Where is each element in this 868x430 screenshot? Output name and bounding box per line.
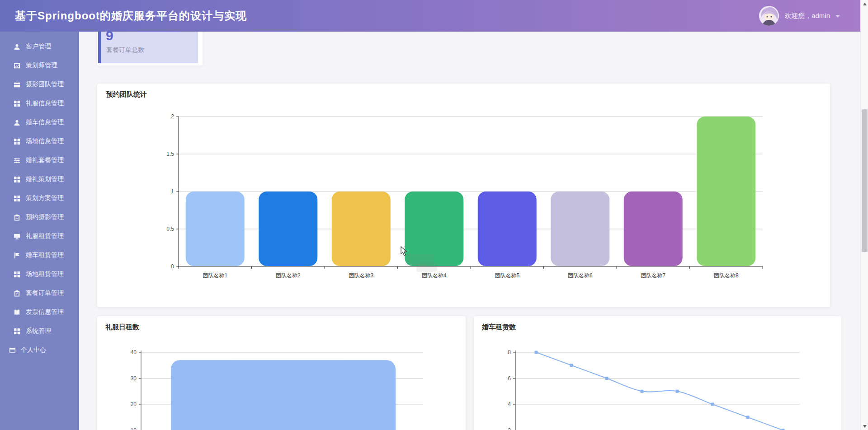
sidebar-item-3[interactable]: 摄影团队管理	[0, 75, 79, 94]
chart-title: 礼服日租数	[105, 323, 139, 332]
sidebar-item-label: 场地信息管理	[26, 137, 64, 145]
user-icon	[14, 43, 20, 50]
y-tick-label: 1.5	[166, 151, 174, 157]
sidebar-item-8[interactable]: 婚礼策划管理	[0, 170, 79, 189]
sidebar-item-16[interactable]: 系统管理	[0, 322, 79, 341]
chart-card-team-stats: 预约团队统计 00.511.52团队名称1团队名称2团队名称3团队名称4团队名称…	[97, 84, 830, 307]
bar[interactable]	[259, 192, 317, 266]
y-tick-label: 40	[131, 349, 137, 355]
arrow-down-icon	[863, 425, 867, 428]
sidebar-item-2[interactable]: 策划师管理	[0, 56, 79, 75]
sidebar: 客户管理策划师管理摄影团队管理礼服信息管理婚车信息管理场地信息管理婚礼套餐管理婚…	[0, 32, 79, 430]
monitor-icon	[14, 233, 20, 240]
avatar[interactable]	[759, 6, 779, 26]
sidebar-item-1[interactable]: 客户管理	[0, 37, 79, 56]
data-point-marker[interactable]	[676, 390, 679, 393]
sidebar-item-label: 礼服信息管理	[26, 99, 64, 108]
data-point-marker[interactable]	[641, 390, 644, 393]
grid-icon	[14, 138, 20, 145]
team-bar-chart[interactable]: 00.511.52团队名称1团队名称2团队名称3团队名称4团队名称5团队名称6团…	[97, 84, 830, 307]
arrow-up-icon	[863, 3, 867, 5]
x-tick-label: 团队名称4	[422, 272, 447, 279]
sidebar-item-label: 预约摄影管理	[26, 213, 64, 221]
welcome-text: 欢迎您，admin	[784, 12, 830, 20]
stat-panel: 9 套餐订单总数	[98, 28, 198, 63]
page: 基于Springboot的婚庆服务平台的设计与实现 欢迎您，admin 客户管理…	[0, 0, 868, 430]
sidebar-item-label: 婚车信息管理	[26, 118, 64, 126]
grid-icon	[14, 100, 20, 107]
sidebar-item-label: 套餐订单管理	[26, 289, 64, 297]
window-icon	[9, 347, 16, 354]
caret-down-icon	[835, 15, 840, 18]
sidebar-item-5[interactable]: 婚车信息管理	[0, 113, 79, 132]
sidebar-item-15[interactable]: 发票信息管理	[0, 303, 79, 322]
sidebar-item-14[interactable]: 套餐订单管理	[0, 284, 79, 303]
stat-label: 套餐订单总数	[106, 46, 144, 54]
sidebar-item-label: 婚车租赁管理	[26, 251, 64, 259]
sidebar-item-label: 摄影团队管理	[26, 80, 64, 89]
scrollbar-thumb[interactable]	[862, 109, 868, 252]
sliders-icon	[14, 157, 20, 164]
chart-card-car-rentals: 婚车租赁数 8642	[474, 316, 841, 430]
bar[interactable]	[624, 192, 683, 266]
x-tick-label: 团队名称6	[568, 272, 593, 279]
sidebar-item-7[interactable]: 婚礼套餐管理	[0, 151, 79, 170]
bar[interactable]	[551, 192, 609, 266]
y-tick-label: 2	[508, 427, 511, 430]
bar[interactable]	[332, 192, 391, 266]
grid-icon	[14, 328, 20, 335]
scroll-up-button[interactable]	[861, 0, 868, 8]
sidebar-item-label: 客户管理	[26, 42, 51, 51]
y-tick-label: 1	[171, 188, 174, 195]
grid-icon	[14, 271, 20, 278]
sidebar-item-6[interactable]: 场地信息管理	[0, 132, 79, 151]
bar[interactable]	[186, 192, 245, 266]
y-tick-label: 0	[171, 263, 174, 270]
y-tick-label: 30	[131, 375, 137, 382]
data-point-marker[interactable]	[711, 403, 714, 406]
sidebar-item-13[interactable]: 场地租赁管理	[0, 265, 79, 284]
grid-icon	[14, 176, 20, 183]
chart-board-icon	[14, 62, 20, 69]
flag-icon	[14, 252, 20, 259]
sidebar-item-10[interactable]: 预约摄影管理	[0, 208, 79, 227]
sidebar-item-label: 婚礼套餐管理	[26, 156, 64, 164]
sidebar-item-label: 场地租赁管理	[26, 270, 64, 278]
car-line-chart[interactable]: 8642	[474, 316, 841, 430]
sidebar-item-9[interactable]: 策划方案管理	[0, 189, 79, 208]
app-header: 基于Springboot的婚庆服务平台的设计与实现 欢迎您，admin	[0, 0, 860, 32]
chart-card-dress-rentals: 礼服日租数 40302010	[97, 316, 466, 430]
y-tick-label: 0.5	[166, 226, 174, 232]
y-tick-label: 2	[171, 113, 174, 120]
book-icon	[14, 309, 20, 316]
scroll-down-button[interactable]	[861, 422, 868, 430]
sidebar-item-12[interactable]: 婚车租赁管理	[0, 246, 79, 265]
bar[interactable]	[478, 192, 537, 266]
line-series[interactable]	[536, 352, 783, 430]
x-tick-label: 团队名称8	[714, 272, 739, 279]
data-point-marker[interactable]	[605, 377, 609, 380]
scrollbar[interactable]	[860, 0, 868, 430]
y-tick-label: 10	[131, 427, 137, 430]
bar[interactable]	[171, 360, 396, 430]
sidebar-item-11[interactable]: 礼服租赁管理	[0, 227, 79, 246]
dress-bar-chart[interactable]: 40302010	[97, 316, 466, 430]
sidebar-item-profile[interactable]: 个人中心	[0, 341, 79, 360]
sidebar-item-label: 发票信息管理	[26, 308, 64, 316]
user-menu[interactable]: 欢迎您，admin	[759, 0, 840, 32]
fading-tooltip	[416, 263, 437, 272]
sidebar-item-label: 策划师管理	[26, 61, 57, 70]
y-tick-label: 20	[131, 401, 137, 407]
data-point-marker[interactable]	[535, 351, 538, 354]
sidebar-item-4[interactable]: 礼服信息管理	[0, 94, 79, 113]
data-point-marker[interactable]	[570, 364, 573, 367]
clipboard-icon	[14, 214, 20, 221]
sidebar-item-label: 策划方案管理	[26, 194, 64, 202]
user-icon	[14, 119, 20, 126]
y-tick-label: 8	[508, 349, 511, 355]
data-point-marker[interactable]	[746, 416, 750, 419]
bar[interactable]	[697, 117, 755, 266]
chart-title: 婚车租赁数	[482, 323, 516, 332]
x-tick-label: 团队名称5	[495, 272, 519, 279]
sidebar-item-label: 系统管理	[26, 327, 51, 335]
